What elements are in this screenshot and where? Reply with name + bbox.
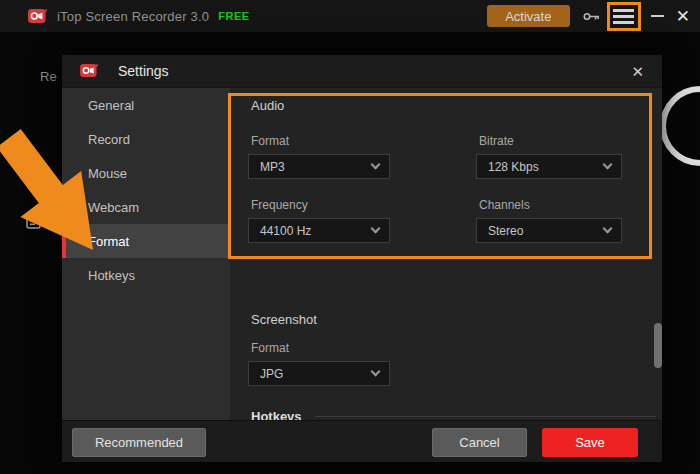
chevron-down-icon xyxy=(603,224,613,234)
chevron-down-icon xyxy=(371,367,381,377)
app-logo-icon xyxy=(28,8,48,24)
settings-sidebar: General Record Mouse Webcam Format Hotke… xyxy=(62,88,230,420)
dialog-title: Settings xyxy=(118,63,169,79)
audio-section-heading: Audio xyxy=(251,98,284,113)
close-icon[interactable]: ✕ xyxy=(676,8,690,25)
sidebar-item-record[interactable]: Record xyxy=(62,122,230,156)
audio-bitrate-dropdown[interactable]: 128 Kbps xyxy=(476,154,622,179)
audio-format-label: Format xyxy=(251,134,390,149)
app-title: iTop Screen Recorder 3.0 xyxy=(57,9,209,24)
audio-format-field: Format MP3 xyxy=(248,134,390,179)
screenshot-format-field: Format JPG xyxy=(248,341,390,386)
dialog-header: Settings ✕ xyxy=(62,55,662,88)
audio-channels-label: Channels xyxy=(479,198,622,213)
sidebar-item-webcam[interactable]: Webcam xyxy=(62,190,230,224)
audio-channels-field: Channels Stereo xyxy=(476,198,622,243)
audio-format-dropdown[interactable]: MP3 xyxy=(248,154,390,179)
audio-frequency-label: Frequency xyxy=(251,198,390,213)
settings-dialog: Settings ✕ General Record Mouse Webcam F… xyxy=(62,55,662,462)
scrollbar-thumb[interactable] xyxy=(654,323,662,368)
audio-frequency-dropdown[interactable]: 44100 Hz xyxy=(248,218,390,243)
background-panel-icon xyxy=(26,216,42,235)
titlebar-controls: Activate ✕ xyxy=(487,2,700,31)
chevron-down-icon xyxy=(371,160,381,170)
divider xyxy=(315,416,656,417)
dialog-footer: Recommended Cancel Save xyxy=(62,420,662,462)
menu-icon[interactable] xyxy=(607,2,641,31)
app-window: iTop Screen Recorder 3.0 FREE Activate ✕… xyxy=(0,0,700,474)
sidebar-item-general[interactable]: General xyxy=(62,88,230,122)
audio-channels-dropdown[interactable]: Stereo xyxy=(476,218,622,243)
audio-bitrate-field: Bitrate 128 Kbps xyxy=(476,134,622,179)
audio-frequency-field: Frequency 44100 Hz xyxy=(248,198,390,243)
background-clipped-label: Re xyxy=(40,69,57,84)
settings-logo-icon xyxy=(80,63,100,79)
recommended-button[interactable]: Recommended xyxy=(72,428,206,457)
chevron-down-icon xyxy=(603,160,613,170)
minimize-icon[interactable] xyxy=(651,15,664,17)
background-record-circle xyxy=(660,86,700,166)
audio-channels-value: Stereo xyxy=(488,224,523,238)
screenshot-section-heading: Screenshot xyxy=(251,312,317,327)
titlebar: iTop Screen Recorder 3.0 FREE Activate ✕ xyxy=(0,0,700,32)
audio-bitrate-label: Bitrate xyxy=(479,134,622,149)
chevron-down-icon xyxy=(371,224,381,234)
dialog-close-icon[interactable]: ✕ xyxy=(627,62,648,81)
settings-content: Audio Format MP3 Bitrate 128 Kbps Freque… xyxy=(230,88,662,420)
save-button[interactable]: Save xyxy=(542,428,638,457)
screenshot-format-label: Format xyxy=(251,341,390,356)
free-badge: FREE xyxy=(218,10,249,22)
cancel-button[interactable]: Cancel xyxy=(432,428,527,457)
activate-button[interactable]: Activate xyxy=(487,5,570,27)
sidebar-item-hotkeys[interactable]: Hotkeys xyxy=(62,258,230,292)
screenshot-format-value: JPG xyxy=(260,367,283,381)
audio-bitrate-value: 128 Kbps xyxy=(488,160,539,174)
audio-frequency-value: 44100 Hz xyxy=(260,224,311,238)
screenshot-format-dropdown[interactable]: JPG xyxy=(248,361,390,386)
key-icon[interactable] xyxy=(583,11,600,22)
audio-format-value: MP3 xyxy=(260,160,285,174)
sidebar-item-format[interactable]: Format xyxy=(62,224,230,258)
sidebar-item-mouse[interactable]: Mouse xyxy=(62,156,230,190)
